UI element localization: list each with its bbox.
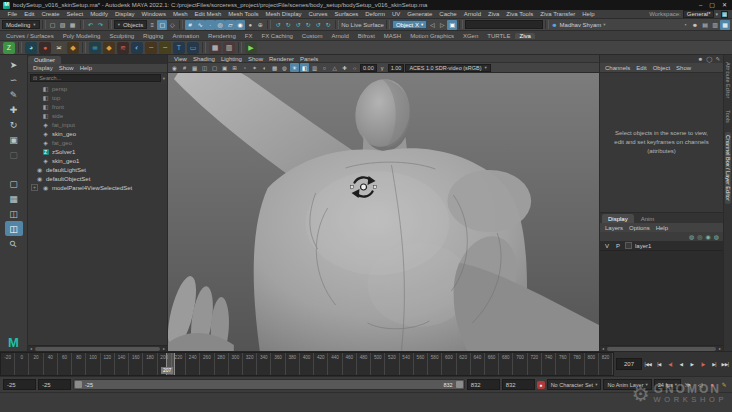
snap-to-grid-icon[interactable]: #	[185, 20, 195, 30]
render-view-icon[interactable]: ↻	[303, 20, 313, 30]
outliner-item[interactable]: defaultLightSet	[28, 165, 167, 174]
menu-item[interactable]: Mesh	[169, 11, 191, 17]
menu-item[interactable]: Arnold	[460, 11, 484, 17]
open-scene-icon[interactable]: ▨	[58, 20, 68, 30]
ziva-solver-shelf-icon[interactable]: Z	[3, 42, 15, 54]
select-tool-icon[interactable]: ➤	[5, 57, 23, 72]
snap-to-curve-icon[interactable]: ∿	[195, 20, 205, 30]
paint-select-tool-icon[interactable]: ✎	[5, 87, 23, 102]
shelf-tab[interactable]: FX	[241, 33, 257, 39]
search-options-caret-icon[interactable]: ▾	[163, 76, 165, 81]
ziva-subtissue-icon[interactable]: ◐	[131, 42, 143, 54]
ziva-fiber-icon[interactable]: ≋	[117, 42, 129, 54]
highlight-selection-icon[interactable]: ⊕	[255, 20, 265, 30]
viewport-menu-item[interactable]: Shading	[190, 56, 218, 62]
attribute-editor-toggle-icon[interactable]: ▤	[700, 20, 710, 30]
outliner-item[interactable]: fat_geo	[28, 138, 167, 147]
character-controls-icon[interactable]: ☻	[690, 20, 700, 30]
input-connections-icon[interactable]: ↺	[273, 20, 283, 30]
move-layer-down-icon[interactable]: ◎	[697, 233, 702, 240]
layer-name[interactable]: layer1	[635, 243, 651, 249]
frame-all-icon[interactable]: ✶	[250, 63, 259, 72]
film-gate-icon[interactable]: ▦	[190, 63, 199, 72]
menu-item[interactable]: Display	[111, 11, 138, 17]
menu-item[interactable]: Ziva	[484, 11, 502, 17]
outliner-menu-item[interactable]: Help	[78, 65, 94, 71]
shelf-icon[interactable]	[18, 42, 22, 53]
gamma-icon[interactable]: γ	[378, 63, 387, 72]
output-connections-icon[interactable]: ↻	[283, 20, 293, 30]
frame-selection-icon[interactable]: ◐	[260, 63, 269, 72]
new-empty-layer-icon[interactable]: ◉	[706, 233, 711, 240]
outliner-item[interactable]: skin_geo1	[28, 156, 167, 165]
layer-editor-tab[interactable]: Display	[602, 214, 634, 223]
playback-start-field[interactable]: -25	[38, 379, 71, 390]
ziva-line-of-action-icon[interactable]: ┄	[145, 42, 157, 54]
shelf-icon[interactable]	[82, 42, 86, 53]
shelf-tab[interactable]: MASH	[380, 33, 405, 39]
shelf-tab[interactable]: Custom	[298, 33, 327, 39]
animation-start-field[interactable]: -25	[3, 379, 36, 390]
mute-sound-icon[interactable]: ◁	[695, 380, 705, 390]
shelf-tab[interactable]: Ziva	[515, 33, 534, 39]
ipr-render-icon[interactable]: ↺	[313, 20, 323, 30]
shelf-icon[interactable]	[238, 42, 242, 53]
symmetry-selector[interactable]: Object X▾	[392, 20, 427, 29]
rotate-tool-icon[interactable]: ↻	[5, 117, 23, 132]
menu-item[interactable]: Create	[38, 11, 63, 17]
viewport-menu-item[interactable]: Panels	[297, 56, 321, 62]
workspace-selector[interactable]: General*	[683, 10, 715, 18]
layer-hscrollbar[interactable]: ◂ ▸	[600, 345, 723, 351]
persp-outliner-layout-icon[interactable]: ◫	[5, 221, 23, 236]
shelf-tab[interactable]: Arnold	[328, 33, 353, 39]
menu-item[interactable]: Deform	[362, 11, 389, 17]
make-live-icon[interactable]: ◉	[235, 20, 245, 30]
quick-select-input[interactable]	[465, 20, 543, 29]
scale-tool-icon[interactable]: ▣	[5, 132, 23, 147]
outliner-menu-item[interactable]: Show	[57, 65, 76, 71]
menu-item[interactable]: Help	[579, 11, 598, 17]
ziva-launch-icon[interactable]: T	[173, 42, 185, 54]
anim-layer-selector[interactable]: No Anim Layer▾	[603, 379, 651, 390]
workspace-settings-icon[interactable]: ▦	[721, 11, 728, 18]
sidebar-tab[interactable]: Channel Box / Layer Editor	[725, 132, 731, 204]
channel-box-toggle-icon[interactable]: ▦	[720, 20, 730, 30]
command-line-area[interactable]	[0, 392, 732, 412]
ziva-rest-shape-icon[interactable]: ◆	[67, 42, 79, 54]
grid-toggle-icon[interactable]: #	[180, 63, 189, 72]
channel-box-menu-item[interactable]: Show	[674, 65, 693, 71]
new-layer-from-selected-icon[interactable]: ◍	[714, 233, 719, 240]
character-set-selector[interactable]: No Character Set▾	[547, 379, 602, 390]
outliner-item[interactable]: top	[28, 93, 167, 102]
safe-title-icon[interactable]: ◔	[240, 63, 249, 72]
layer-menu-item[interactable]: Options	[627, 225, 652, 231]
ziva-material-icon[interactable]: ◆	[103, 42, 115, 54]
menu-item[interactable]: Edit	[21, 11, 38, 17]
menu-item[interactable]: Generate	[404, 11, 436, 17]
select-component-icon[interactable]: ◇	[167, 20, 177, 30]
menu-item[interactable]: Surfaces	[331, 11, 362, 17]
menu-item[interactable]: Curves	[305, 11, 331, 17]
outliner-item[interactable]: persp	[28, 84, 167, 93]
textured-icon[interactable]: ☀	[290, 63, 299, 72]
save-scene-icon[interactable]: ▦	[68, 20, 78, 30]
relative-transform-icon[interactable]: ▷	[437, 20, 447, 30]
menu-item[interactable]: Select	[63, 11, 87, 17]
sidebar-tab[interactable]: Tools	[725, 107, 731, 126]
outliner-item[interactable]: fat_input	[28, 120, 167, 129]
menu-item[interactable]: Cache	[436, 11, 460, 17]
construction-history-icon[interactable]: ↺	[293, 20, 303, 30]
exposure-field[interactable]: 0.00	[360, 64, 377, 72]
menu-item[interactable]: Modify	[87, 11, 112, 17]
channel-stats-icon[interactable]: ☻	[697, 56, 703, 62]
absolute-transform-icon[interactable]: ◁	[427, 20, 437, 30]
snap-to-point-icon[interactable]: ·	[205, 20, 215, 30]
ziva-bone-icon[interactable]: ≍	[53, 42, 65, 54]
outliner-hscrollbar[interactable]: ◂▸	[28, 345, 167, 351]
new-scene-icon[interactable]: ▢	[48, 20, 58, 30]
redo-icon[interactable]: ↷	[96, 20, 106, 30]
viewport-menu-item[interactable]: Lighting	[218, 56, 245, 62]
snap-view-plane-icon[interactable]: ▱	[225, 20, 235, 30]
ziva-rivet-to-bone-icon[interactable]: ┈	[159, 42, 171, 54]
ziva-attachment-icon[interactable]: ∞	[89, 42, 101, 54]
